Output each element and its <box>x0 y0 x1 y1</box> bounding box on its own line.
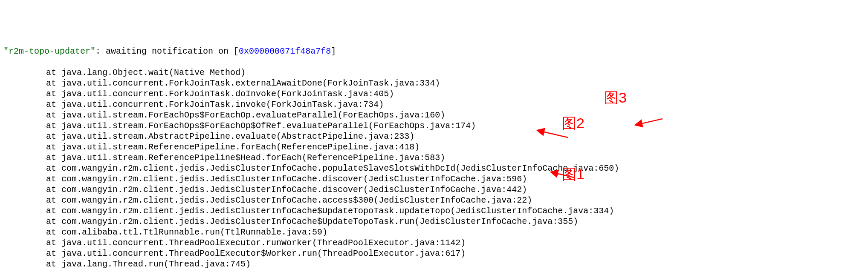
stack-frame: at java.util.concurrent.ForkJoinTask.inv… <box>3 99 865 110</box>
stack-frame: at java.lang.Object.wait(Native Method) <box>3 67 865 78</box>
stack-frame: at com.wangyin.r2m.client.jedis.JedisClu… <box>3 206 865 216</box>
monitor-address: 0x000000071f48a7f8 <box>239 46 331 56</box>
stack-frame: at com.wangyin.r2m.client.jedis.JedisClu… <box>3 163 865 174</box>
stack-frame: at com.wangyin.r2m.client.jedis.JedisClu… <box>3 174 865 184</box>
stack-frame: at java.util.concurrent.ThreadPoolExecut… <box>3 248 865 259</box>
thread-name: "r2m-topo-updater" <box>3 46 95 56</box>
stack-frame: at java.util.stream.ReferencePipeline.fo… <box>3 142 865 152</box>
stack-frame: at com.alibaba.ttl.TtlRunnable.run(TtlRu… <box>3 227 865 238</box>
stack-frame: at java.util.concurrent.ThreadPoolExecut… <box>3 238 865 248</box>
stack-frame: at java.util.concurrent.ForkJoinTask.ext… <box>3 78 865 89</box>
stack-frame: at com.wangyin.r2m.client.jedis.JedisClu… <box>3 216 865 227</box>
header-end: ] <box>331 46 336 56</box>
stack-frame: at com.wangyin.r2m.client.jedis.JedisClu… <box>3 184 865 195</box>
stack-frame: at java.util.stream.ForEachOps$ForEachOp… <box>3 120 865 131</box>
thread-header: "r2m-topo-updater": awaiting notificatio… <box>3 46 865 57</box>
stack-frame: at java.util.stream.AbstractPipeline.eva… <box>3 131 865 142</box>
stack-frame: at com.wangyin.r2m.client.jedis.JedisClu… <box>3 195 865 206</box>
header-mid: : awaiting notification on [ <box>95 46 239 56</box>
stack-frame: at java.util.stream.ForEachOps$ForEachOp… <box>3 110 865 120</box>
stack-trace: at java.lang.Object.wait(Native Method)a… <box>3 67 865 269</box>
stack-frame: at java.util.concurrent.ForkJoinTask.doI… <box>3 89 865 99</box>
stack-frame: at java.util.stream.ReferencePipeline$He… <box>3 152 865 163</box>
stack-frame: at java.lang.Thread.run(Thread.java:745) <box>3 259 865 269</box>
